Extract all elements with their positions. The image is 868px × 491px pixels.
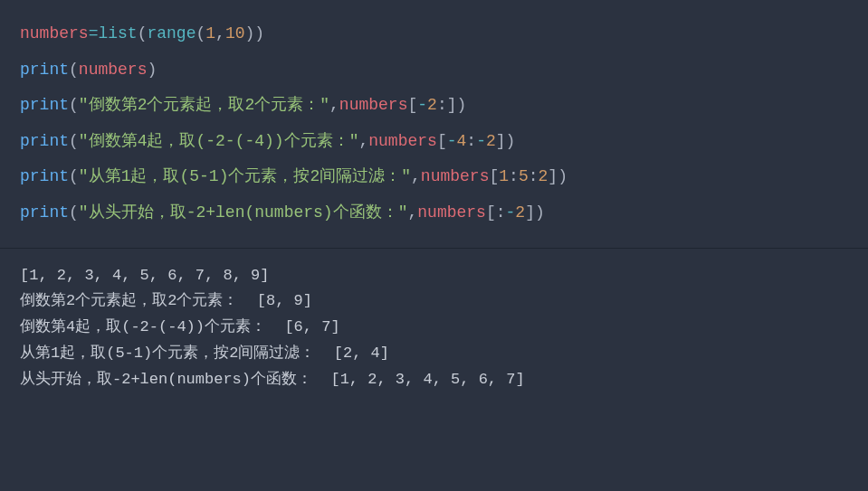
- code-token: [: [407, 96, 417, 114]
- output-panel: [1, 2, 3, 4, 5, 6, 7, 8, 9] 倒数第2个元素起，取2个…: [0, 249, 868, 408]
- code-token: 4: [457, 132, 467, 150]
- code-token: numbers: [79, 61, 148, 79]
- code-token: :: [529, 167, 539, 185]
- code-token: print: [20, 96, 69, 114]
- code-token: -: [417, 96, 427, 114]
- code-token: ]): [548, 167, 568, 185]
- code-line: print("从第1起，取(5-1)个元素，按2间隔过滤：",numbers[1…: [20, 159, 848, 195]
- code-line: print("倒数第4起，取(-2-(-4))个元素：",numbers[-4:…: [20, 124, 848, 160]
- code-token: 5: [519, 167, 529, 185]
- code-token: ,: [329, 96, 339, 114]
- code-token: ,: [358, 132, 368, 150]
- code-token: ]): [496, 132, 516, 150]
- code-token: (: [69, 203, 79, 222]
- code-token: ]): [525, 203, 545, 222]
- code-token: -: [506, 203, 516, 222]
- code-token: =: [89, 24, 99, 42]
- code-token: numbers: [368, 132, 437, 150]
- code-token: print: [20, 203, 69, 222]
- code-token: numbers: [339, 96, 408, 114]
- code-token: ]): [447, 96, 467, 114]
- output-line: 从头开始，取-2+len(numbers)个函数： [1, 2, 3, 4, 5…: [20, 367, 848, 393]
- code-token: (: [196, 24, 205, 42]
- code-token: -: [476, 132, 486, 150]
- code-token: -: [447, 132, 457, 150]
- code-token: (: [138, 24, 148, 42]
- output-line: 倒数第2个元素起，取2个元素： [8, 9]: [20, 288, 848, 315]
- code-token: 2: [539, 167, 548, 185]
- code-token: 10: [225, 24, 245, 42]
- code-token: 2: [427, 96, 437, 114]
- code-line: print(numbers): [20, 52, 848, 89]
- code-token: numbers: [421, 167, 490, 185]
- code-token: (: [69, 167, 79, 185]
- code-token: "从第1起，取(5-1)个元素，按2间隔过滤：": [79, 167, 411, 185]
- code-token: "倒数第4起，取(-2-(-4))个元素：": [79, 132, 359, 150]
- code-token: "倒数第2个元素起，取2个元素：": [79, 96, 329, 114]
- code-token: ): [147, 61, 157, 79]
- code-token: numbers: [417, 203, 486, 222]
- code-line: print("倒数第2个元素起，取2个元素：",numbers[-2:]): [20, 88, 848, 124]
- code-token: range: [147, 24, 196, 42]
- code-token: list: [98, 24, 137, 42]
- code-token: (: [69, 96, 79, 114]
- code-token: [:: [486, 203, 506, 222]
- code-token: ,: [407, 203, 417, 222]
- code-token: numbers: [20, 24, 89, 42]
- code-token: print: [20, 61, 69, 79]
- code-token: "从头开始，取-2+len(numbers)个函数：": [79, 203, 408, 222]
- code-token: ,: [411, 167, 421, 185]
- code-token: [: [489, 167, 499, 185]
- code-token: 1: [205, 24, 215, 42]
- code-token: 1: [499, 167, 509, 185]
- code-token: :: [466, 132, 476, 150]
- code-token: 2: [515, 203, 525, 222]
- code-token: (: [69, 132, 79, 150]
- code-token: print: [20, 132, 69, 150]
- code-token: (: [69, 61, 79, 79]
- code-token: :: [509, 167, 519, 185]
- output-line: 倒数第4起，取(-2-(-4))个元素： [6, 7]: [20, 315, 848, 341]
- code-line: numbers=list(range(1,10)): [20, 16, 848, 52]
- code-token: print: [20, 167, 69, 185]
- code-editor-panel: numbers=list(range(1,10)) print(numbers)…: [0, 0, 868, 249]
- code-token: [: [437, 132, 447, 150]
- output-line: [1, 2, 3, 4, 5, 6, 7, 8, 9]: [20, 263, 848, 289]
- code-line: print("从头开始，取-2+len(numbers)个函数：",number…: [20, 195, 848, 231]
- code-token: 2: [486, 132, 496, 150]
- code-token: :: [437, 96, 447, 114]
- code-token: ,: [215, 24, 225, 42]
- output-line: 从第1起，取(5-1)个元素，按2间隔过滤： [2, 4]: [20, 341, 848, 367]
- code-token: )): [245, 24, 265, 42]
